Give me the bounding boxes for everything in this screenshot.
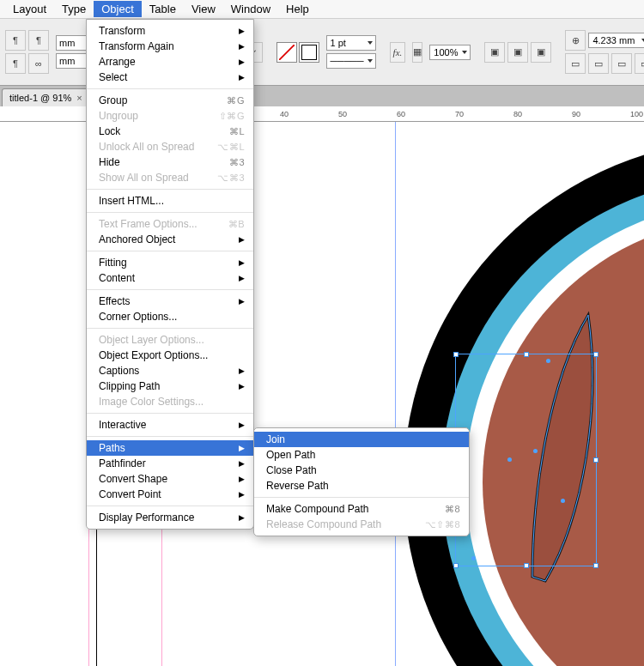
- menu-item-group[interactable]: Group⌘G: [87, 93, 253, 108]
- anchor-point[interactable]: [533, 449, 538, 453]
- menu-item-label: Transform: [99, 25, 145, 37]
- paths-submenu: JoinOpen PathClose PathReverse PathMake …: [253, 427, 470, 536]
- menu-object[interactable]: Object: [94, 1, 142, 17]
- resize-handle[interactable]: [524, 563, 529, 568]
- menu-type[interactable]: Type: [54, 1, 94, 17]
- submenu-item-reverse-path[interactable]: Reverse Path: [254, 478, 469, 493]
- menu-item-paths[interactable]: Paths▶: [87, 440, 253, 456]
- close-icon[interactable]: ×: [76, 93, 82, 103]
- menu-item-label: Content: [99, 272, 135, 284]
- svg-line-0: [279, 45, 295, 60]
- menu-item-hide[interactable]: Hide⌘3: [87, 154, 253, 170]
- submenu-item-close-path[interactable]: Close Path: [254, 463, 469, 478]
- menu-item-object-export-options[interactable]: Object Export Options...: [87, 348, 253, 363]
- fit-icon[interactable]: ▭: [611, 53, 632, 74]
- fit-icon[interactable]: ▭: [635, 53, 644, 74]
- menu-table[interactable]: Table: [142, 1, 184, 17]
- menu-item-transform-again[interactable]: Transform Again▶: [87, 39, 253, 54]
- selection-box[interactable]: [455, 354, 597, 566]
- anchor-point[interactable]: [507, 457, 512, 462]
- anchor-icon[interactable]: ⊕: [565, 30, 586, 51]
- shortcut-label: ⌘G: [227, 95, 245, 106]
- menu-item-label: Unlock All on Spread: [99, 141, 194, 153]
- menu-separator: [87, 436, 253, 437]
- menu-item-clipping-path[interactable]: Clipping Path▶: [87, 378, 253, 394]
- tool-btn[interactable]: ¶: [5, 53, 26, 74]
- fx-button[interactable]: fx.: [390, 42, 406, 63]
- menu-item-label: Fitting: [99, 257, 127, 269]
- menu-item-transform[interactable]: Transform▶: [87, 23, 253, 39]
- submenu-arrow-icon: ▶: [239, 382, 245, 391]
- wrap-icon[interactable]: ▣: [484, 42, 505, 63]
- fill-swatch[interactable]: [276, 42, 297, 63]
- menu-item-captions[interactable]: Captions▶: [87, 363, 253, 378]
- menu-item-select[interactable]: Select▶: [87, 70, 253, 85]
- menu-item-content[interactable]: Content▶: [87, 270, 253, 286]
- fit-icon[interactable]: ▭: [588, 53, 609, 74]
- stroke-swatch[interactable]: [299, 42, 319, 63]
- menu-layout[interactable]: Layout: [5, 1, 54, 17]
- resize-handle[interactable]: [593, 563, 598, 568]
- opacity-select[interactable]: 100%: [429, 45, 471, 60]
- menu-item-lock[interactable]: Lock⌘L: [87, 124, 253, 139]
- overprint-icon[interactable]: ▦: [412, 42, 422, 63]
- shortcut-label: ⌘8: [445, 504, 460, 515]
- submenu-arrow-icon: ▶: [239, 58, 245, 66]
- shortcut-label: ⇧⌘G: [219, 111, 245, 122]
- wrap-icon[interactable]: ▣: [531, 42, 551, 63]
- wrap-icon[interactable]: ▣: [507, 42, 528, 63]
- menu-item-interactive[interactable]: Interactive▶: [87, 417, 253, 433]
- menu-item-fitting[interactable]: Fitting▶: [87, 255, 253, 270]
- resize-handle[interactable]: [453, 352, 459, 357]
- submenu-arrow-icon: ▶: [239, 444, 245, 452]
- resize-handle[interactable]: [524, 352, 529, 357]
- menu-view[interactable]: View: [184, 1, 223, 17]
- menu-item-convert-shape[interactable]: Convert Shape▶: [87, 471, 253, 487]
- submenu-item-open-path[interactable]: Open Path: [254, 447, 469, 463]
- menu-item-label: Show All on Spread: [99, 172, 189, 184]
- link-icon: ∞: [35, 58, 42, 69]
- menu-item-arrange[interactable]: Arrange▶: [87, 54, 253, 70]
- submenu-arrow-icon: ▶: [239, 27, 245, 35]
- menu-item-label: Paths: [99, 442, 125, 454]
- anchor-point[interactable]: [546, 359, 550, 363]
- menu-separator: [87, 289, 253, 290]
- menu-item-convert-point[interactable]: Convert Point▶: [87, 487, 253, 502]
- resize-handle[interactable]: [593, 457, 598, 463]
- anchor-point[interactable]: [561, 499, 565, 503]
- menu-item-label: Select: [99, 71, 127, 83]
- para-icon: ¶: [13, 58, 18, 69]
- menu-item-unlock-all-on-spread: Unlock All on Spread⌥⌘L: [87, 139, 253, 154]
- ruler-tick: 100: [630, 110, 643, 118]
- submenu-arrow-icon: ▶: [239, 490, 245, 499]
- unit-field[interactable]: mm: [56, 35, 87, 51]
- anchor-point[interactable]: [471, 556, 476, 560]
- menu-item-anchored-object[interactable]: Anchored Object▶: [87, 232, 253, 247]
- menu-window[interactable]: Window: [223, 1, 278, 17]
- stroke-style-select[interactable]: ─────: [326, 53, 376, 69]
- coord-field[interactable]: 4.233 mm: [588, 33, 644, 48]
- submenu-arrow-icon: ▶: [239, 421, 245, 429]
- document-tab[interactable]: titled-1 @ 91% ×: [2, 88, 90, 106]
- submenu-item-join[interactable]: Join: [254, 432, 469, 447]
- menu-item-insert-html[interactable]: Insert HTML...: [87, 193, 253, 209]
- menu-item-pathfinder[interactable]: Pathfinder▶: [87, 456, 253, 471]
- menu-item-display-performance[interactable]: Display Performance▶: [87, 510, 253, 525]
- menu-item-corner-options[interactable]: Corner Options...: [87, 309, 253, 324]
- menu-item-effects[interactable]: Effects▶: [87, 294, 253, 309]
- tool-btn[interactable]: ¶: [5, 30, 26, 51]
- menu-item-label: Group: [99, 94, 127, 106]
- submenu-item-make-compound-path[interactable]: Make Compound Path⌘8: [254, 501, 469, 517]
- submenu-arrow-icon: ▶: [239, 258, 245, 267]
- menu-help[interactable]: Help: [278, 1, 317, 17]
- tool-btn[interactable]: ¶: [28, 30, 49, 51]
- resize-handle[interactable]: [453, 563, 459, 568]
- menu-item-label: Convert Shape: [99, 473, 167, 485]
- ruler-tick: 90: [572, 110, 580, 118]
- tool-btn[interactable]: ∞: [28, 53, 49, 74]
- menu-item-label: Captions: [99, 365, 139, 377]
- resize-handle[interactable]: [593, 352, 598, 357]
- fit-icon[interactable]: ▭: [565, 53, 586, 74]
- stroke-weight-select[interactable]: 1 pt: [326, 35, 376, 51]
- unit-field[interactable]: mm: [56, 53, 87, 69]
